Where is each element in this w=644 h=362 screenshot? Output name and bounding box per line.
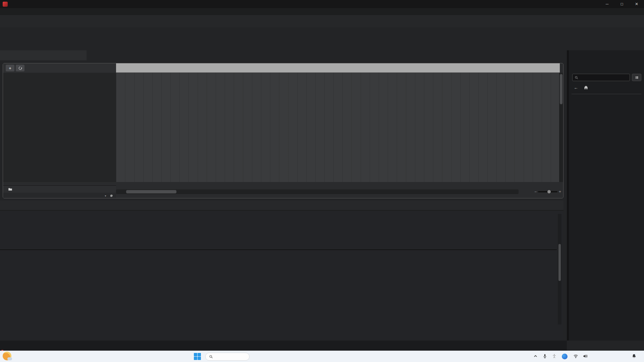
tray-accessibility-icon[interactable] (552, 354, 557, 360)
mixconsole (0, 200, 564, 340)
mixconsole-body (0, 211, 564, 340)
home-button[interactable] (582, 84, 590, 91)
windows-taskbar: z (0, 351, 644, 362)
arrangement-area[interactable] (116, 73, 560, 182)
mixconsole-toolbar (0, 200, 564, 210)
arrange-vertical-scrollbar[interactable] (559, 73, 563, 182)
zoom-controls: − + (534, 189, 561, 194)
panel-divider (572, 94, 641, 94)
lower-zone-tabs (0, 341, 567, 351)
search-icon (209, 355, 213, 359)
back-button[interactable]: ← (572, 84, 580, 91)
cubase-logo-icon (3, 2, 8, 7)
add-track-button[interactable]: + (6, 65, 14, 71)
folder-track[interactable] (3, 185, 116, 193)
close-button[interactable]: ✕ (629, 0, 644, 8)
zoom-slider[interactable] (538, 191, 557, 192)
cubase-window: ─ □ ✕ + ▼ (0, 0, 644, 362)
rack-divider (0, 249, 557, 250)
maximize-button[interactable]: □ (614, 0, 629, 8)
list-view-button[interactable] (632, 74, 641, 81)
preset-dropdown-icon[interactable]: ▼ (104, 195, 107, 197)
main-toolbar (0, 15, 644, 27)
taskbar-search[interactable] (205, 353, 250, 361)
preset-gear-icon[interactable] (109, 193, 113, 198)
menubar (0, 8, 644, 15)
status-bar (0, 28, 644, 36)
zoom-out-button[interactable]: − (534, 189, 537, 194)
svg-text:z: z (635, 354, 636, 356)
arrange-hscroll-thumb[interactable] (126, 190, 176, 193)
search-icon (575, 76, 578, 79)
mixer-scrollbar[interactable] (558, 214, 561, 324)
weather-icon (3, 352, 11, 360)
taskbar-weather-widget[interactable] (3, 352, 14, 360)
list-view-icon (635, 75, 639, 80)
track-preset-bar[interactable]: ▼ (3, 193, 116, 198)
zoom-slider-knob[interactable] (547, 190, 551, 193)
timeline-ruler[interactable] (116, 63, 560, 73)
start-button[interactable] (194, 353, 201, 360)
zoom-in-button[interactable]: + (559, 189, 561, 194)
arrange-horizontal-scrollbar[interactable] (116, 189, 519, 194)
tracklist-header: + (3, 63, 116, 73)
minimize-button[interactable]: ─ (600, 0, 614, 8)
info-line (0, 41, 644, 48)
tray-chevron-up-icon[interactable] (533, 354, 538, 360)
tray-volume-icon[interactable] (583, 354, 588, 360)
media-rack-panel: ← (567, 50, 644, 341)
project-window: + ▼ − + (3, 63, 564, 198)
tray-microphone-icon[interactable] (542, 354, 547, 360)
project-overview-strip[interactable] (0, 50, 87, 60)
tray-copilot-icon[interactable] (562, 354, 568, 359)
titlebar: ─ □ ✕ (0, 0, 644, 8)
notification-badge (1, 350, 3, 351)
home-icon (584, 85, 588, 90)
tray-notification-bell-icon[interactable]: z (632, 354, 637, 360)
track-list (3, 73, 116, 182)
track-preset-button[interactable] (16, 65, 24, 71)
arrange-vscroll-thumb[interactable] (560, 74, 562, 104)
folder-icon (3, 187, 17, 191)
media-search-input[interactable] (572, 74, 630, 81)
mixer-scrollbar-thumb[interactable] (558, 244, 561, 281)
tray-wifi-icon[interactable] (573, 354, 578, 360)
